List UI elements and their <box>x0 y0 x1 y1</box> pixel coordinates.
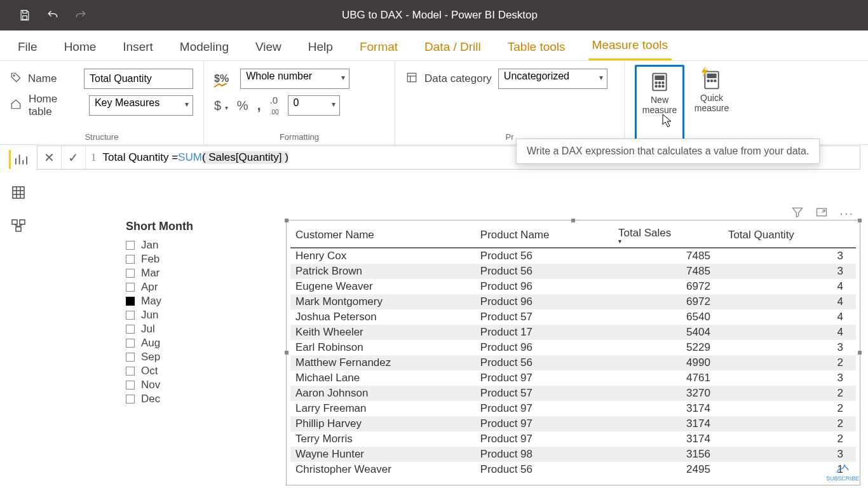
data-view-icon[interactable] <box>9 183 28 202</box>
tab-help[interactable]: Help <box>304 35 337 60</box>
tab-measure-tools[interactable]: Measure tools <box>588 33 672 60</box>
table-row[interactable]: Earl RobinsonProduct 9652293 <box>290 340 856 355</box>
slicer-item[interactable]: Apr <box>126 280 247 294</box>
slicer-item[interactable]: Mar <box>126 266 247 280</box>
table-cell: Larry Freeman <box>290 401 475 416</box>
tab-file[interactable]: File <box>14 35 41 60</box>
table-cell: 2 <box>723 416 856 431</box>
slicer-short-month[interactable]: Short Month JanFebMarAprMayJunJulAugSepO… <box>126 220 247 406</box>
table-row[interactable]: Wayne HunterProduct 9831563 <box>290 447 856 462</box>
table-row[interactable]: Christopher WeaverProduct 5624951 <box>290 462 856 477</box>
tab-format[interactable]: Format <box>356 35 402 60</box>
checkbox-icon[interactable] <box>126 367 135 376</box>
thousands-button[interactable]: , <box>257 97 261 114</box>
table-row[interactable]: Patrick BrownProduct 5674853 <box>290 264 856 279</box>
table-row[interactable]: Larry FreemanProduct 9731742 <box>290 401 856 416</box>
table-row[interactable]: Aaron JohnsonProduct 5732702 <box>290 386 856 401</box>
table-row[interactable]: Michael LaneProduct 9747613 <box>290 370 856 386</box>
slicer-item-label: Mar <box>141 267 159 280</box>
report-view-icon[interactable] <box>9 150 28 169</box>
data-category-label: Data category <box>424 72 492 85</box>
table-cell: 6972 <box>613 294 723 309</box>
tab-data-drill[interactable]: Data / Drill <box>421 35 485 60</box>
table-header[interactable]: Total Quantity <box>723 224 856 248</box>
formula-commit-button[interactable]: ✓ <box>62 146 86 169</box>
format-select[interactable]: Whole number <box>240 69 349 89</box>
table-cell: 6972 <box>613 279 723 294</box>
table-row[interactable]: Henry CoxProduct 5674853 <box>290 248 856 264</box>
slicer-item[interactable]: Jan <box>126 238 247 252</box>
decimal-icon[interactable]: .0.00 <box>270 95 279 116</box>
tab-modeling[interactable]: Modeling <box>176 35 233 60</box>
slicer-item[interactable]: Oct <box>126 364 247 378</box>
table-cell: 3 <box>723 370 856 386</box>
home-table-select[interactable]: Key Measures <box>89 95 193 116</box>
table-cell: Matthew Fernandez <box>290 355 475 370</box>
table-cell: 4990 <box>613 355 723 370</box>
model-view-icon[interactable] <box>9 216 28 235</box>
table-cell: Terry Morris <box>290 431 475 447</box>
slicer-item[interactable]: Dec <box>126 392 247 406</box>
checkbox-icon[interactable] <box>126 311 135 320</box>
checkbox-icon[interactable] <box>126 269 135 278</box>
quick-measure-button[interactable]: Quick measure <box>687 65 736 144</box>
table-row[interactable]: Matthew FernandezProduct 5649902 <box>290 355 856 370</box>
undo-icon[interactable] <box>46 8 60 22</box>
checkbox-icon[interactable] <box>126 325 135 334</box>
decimals-input[interactable]: 0 <box>288 95 340 116</box>
slicer-item[interactable]: Jul <box>126 322 247 336</box>
table-row[interactable]: Eugene WeaverProduct 9669724 <box>290 279 856 294</box>
checkbox-icon[interactable] <box>126 297 135 306</box>
measure-name-input[interactable] <box>84 69 193 89</box>
view-rail <box>0 145 37 235</box>
checkbox-icon[interactable] <box>126 381 135 390</box>
slicer-item[interactable]: Sep <box>126 350 247 364</box>
tab-view[interactable]: View <box>252 35 285 60</box>
formula-cancel-button[interactable]: ✕ <box>37 146 62 169</box>
format-icon: $% <box>214 73 229 85</box>
svg-rect-28 <box>12 220 17 224</box>
checkbox-icon[interactable] <box>126 395 135 403</box>
table-header[interactable]: Total Sales <box>613 224 723 248</box>
slicer-item[interactable]: Aug <box>126 336 247 350</box>
table-cell: Product 56 <box>475 264 613 279</box>
new-measure-button[interactable]: New measure <box>635 65 684 144</box>
report-canvas[interactable]: ··· Short Month JanFebMarAprMayJunJulAug… <box>37 170 868 488</box>
slicer-item-label: Nov <box>141 379 160 391</box>
table-header[interactable]: Customer Name <box>290 224 475 248</box>
save-icon[interactable] <box>18 8 32 22</box>
table-row[interactable]: Keith WheelerProduct 1754044 <box>290 325 856 340</box>
table-cell: 4761 <box>613 370 723 386</box>
checkbox-icon[interactable] <box>126 339 135 348</box>
currency-button[interactable]: $ ▾ <box>214 98 228 113</box>
slicer-item[interactable]: Jun <box>126 308 247 322</box>
slicer-item[interactable]: May <box>126 294 247 308</box>
percent-button[interactable]: % <box>237 98 248 113</box>
checkbox-icon[interactable] <box>126 255 135 264</box>
checkbox-icon[interactable] <box>126 283 135 292</box>
table-cell: Product 97 <box>475 431 613 447</box>
table-cell: Keith Wheeler <box>290 325 475 340</box>
checkbox-icon[interactable] <box>126 353 135 362</box>
data-category-select[interactable]: Uncategorized <box>498 69 607 89</box>
name-label: Name <box>28 72 78 85</box>
window-title: UBG to DAX - Model - Power BI Desktop <box>88 9 868 22</box>
table-header[interactable]: Product Name <box>475 224 613 248</box>
table-visual[interactable]: Customer NameProduct NameTotal SalesTota… <box>286 220 860 485</box>
svg-point-2 <box>13 74 15 76</box>
table-row[interactable]: Joshua PetersonProduct 5765404 <box>290 309 856 325</box>
svg-point-12 <box>659 85 661 87</box>
table-row[interactable]: Phillip HarveyProduct 9731742 <box>290 416 856 431</box>
slicer-item[interactable]: Nov <box>126 378 247 392</box>
redo-icon[interactable] <box>74 8 88 22</box>
checkbox-icon[interactable] <box>126 241 135 250</box>
table-row[interactable]: Mark MontgomeryProduct 9669724 <box>290 294 856 309</box>
tab-table-tools[interactable]: Table tools <box>504 35 569 60</box>
table-row[interactable]: Terry MorrisProduct 9731742 <box>290 431 856 447</box>
slicer-item[interactable]: Feb <box>126 252 247 266</box>
tab-insert[interactable]: Insert <box>119 35 157 60</box>
table-cell: Eugene Weaver <box>290 279 475 294</box>
tab-home[interactable]: Home <box>60 35 100 60</box>
quick-calculator-icon <box>702 70 722 90</box>
table-cell: 4 <box>723 294 856 309</box>
